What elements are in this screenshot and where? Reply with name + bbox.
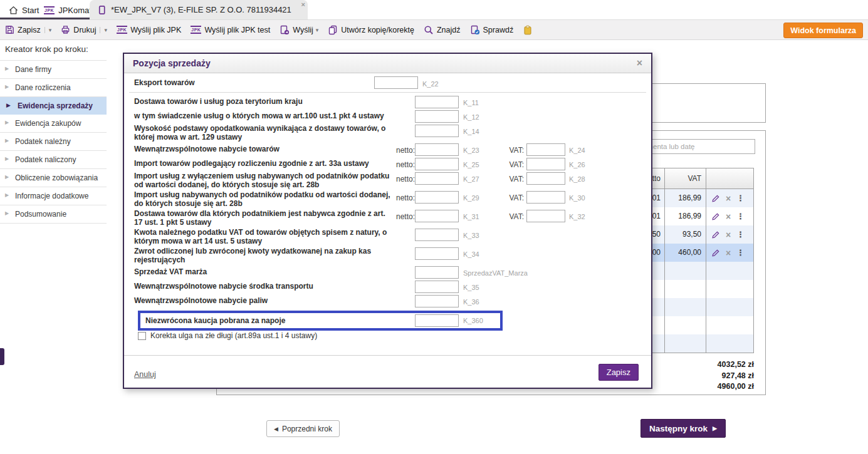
field-label: Wewnątrzwspólnotowe nabycie paliw — [134, 295, 396, 306]
edit-icon[interactable] — [711, 230, 720, 239]
triangle-icon: ▶ — [6, 102, 11, 108]
kebab-menu-icon[interactable]: ⋮ — [736, 248, 745, 257]
checkbox[interactable] — [138, 332, 146, 340]
vat-label: VAT: — [509, 172, 526, 183]
sidebar-item-ewidencja-sprzedazy[interactable]: ▶ Ewidencja sprzedaży — [0, 97, 107, 115]
netto-amount-input[interactable] — [415, 172, 459, 185]
edit-icon[interactable] — [711, 249, 720, 257]
save-dropdown-caret[interactable]: ▾ — [44, 27, 52, 33]
field-label: Wewnątrzwspólnotowe nabycie towarów — [134, 143, 396, 154]
field-label: w tym świadczenie usług o których mowa w… — [134, 110, 396, 121]
find-button[interactable]: Znajdź — [424, 25, 461, 35]
sidebar-item-label: Ewidencja sprzedaży — [18, 101, 93, 110]
close-icon[interactable]: × — [637, 59, 642, 68]
print-dropdown-caret[interactable]: ▾ — [100, 27, 107, 33]
check-button[interactable]: Sprawdź — [470, 25, 514, 35]
previous-step-button[interactable]: ◀ Poprzedni krok — [266, 420, 340, 437]
row-actions: × ⋮ — [706, 244, 753, 262]
next-step-button[interactable]: Następny krok ▶ — [641, 419, 726, 438]
row-actions — [706, 334, 753, 353]
amount-input[interactable] — [415, 229, 459, 241]
send-dropdown-caret[interactable]: ▾ — [316, 27, 319, 33]
field-label: Zwrot odliczonej lub zwróconej kwoty wyd… — [134, 247, 396, 264]
kebab-menu-icon[interactable]: ⋮ — [736, 193, 745, 203]
clipboard-button[interactable] — [523, 25, 533, 35]
amount-input[interactable] — [415, 266, 459, 279]
sidebar-item-label: Podatek należny — [15, 137, 71, 146]
amount-input[interactable] — [415, 96, 459, 108]
amount-input[interactable] — [415, 247, 459, 260]
edit-icon[interactable] — [711, 212, 720, 221]
field-label: Eksport towarów — [134, 78, 374, 87]
amount-input[interactable] — [415, 125, 459, 137]
tab-document[interactable]: *EW_JPK_V7 (3), E-FILE SP. Z O.O. 781193… — [90, 0, 308, 19]
sidebar-item-dane-firmy[interactable]: ▶ Dane firmy — [0, 61, 107, 79]
cancel-link[interactable]: Anuluj — [134, 370, 156, 379]
netto-label: netto: — [396, 191, 415, 202]
field-code: K_36 — [459, 295, 509, 306]
send-jpk-button[interactable]: JPK Wyślij plik JPK — [117, 26, 181, 34]
kebab-menu-icon[interactable]: ⋮ — [736, 230, 745, 239]
amount-input[interactable] — [374, 76, 418, 89]
sidebar-item-label: Obliczenie zobowiązania — [15, 173, 98, 182]
close-icon[interactable]: × — [301, 1, 305, 8]
dialog-body: Eksport towarów K_22 Dostawa towarów i u… — [124, 73, 651, 389]
field-code: K_27 — [459, 172, 509, 183]
sidebar-item-podatek-naliczony[interactable]: ▶ Podatek naliczony — [0, 151, 107, 169]
vat-amount-input[interactable] — [526, 158, 565, 170]
search-icon — [424, 25, 434, 35]
field-label: Sprzedaż VAT marża — [134, 266, 396, 277]
edit-icon[interactable] — [711, 194, 720, 203]
field-code: K_11 — [459, 96, 509, 106]
netto-label: netto: — [396, 172, 415, 183]
amount-input[interactable] — [415, 110, 459, 123]
print-button[interactable]: Drukuj — [61, 25, 96, 34]
amount-input[interactable] — [415, 295, 459, 307]
netto-amount-input[interactable] — [415, 143, 459, 156]
field-row-k22: Eksport towarów K_22 — [134, 75, 641, 90]
triangle-icon: ▶ — [5, 210, 9, 216]
delete-icon[interactable]: × — [726, 249, 731, 257]
field-label: Kwota należnego podatku VAT od towarów o… — [134, 229, 396, 245]
netto-amount-input[interactable] — [415, 191, 459, 204]
print-group: Drukuj ▾ — [61, 25, 107, 34]
toolbar-label: Drukuj — [73, 26, 96, 34]
vat-amount-input[interactable] — [526, 191, 565, 204]
send-button[interactable]: Wyślij — [280, 25, 313, 35]
form-view-button[interactable]: Widok formularza — [783, 23, 863, 38]
form-view-label: Widok formularza — [790, 26, 856, 35]
sidebar-item-dane-rozliczenia[interactable]: ▶ Dane rozliczenia — [0, 79, 107, 97]
vat-cell — [664, 316, 706, 334]
send-icon — [280, 25, 290, 35]
total-netto: 4032,52 zł — [718, 359, 754, 371]
field-label: Import usług z wyłączeniem usług nabywan… — [134, 172, 396, 189]
netto-amount-input[interactable] — [415, 158, 459, 170]
vat-amount-input[interactable] — [526, 172, 565, 185]
amount-input[interactable] — [415, 314, 459, 327]
jpk-icon: JPK — [191, 26, 201, 34]
sidebar-item-podatek-nalezny[interactable]: ▶ Podatek należny — [0, 133, 107, 151]
copy-correction-button[interactable]: Utwórz kopię/korektę — [328, 25, 414, 35]
save-button[interactable]: Zapisz — [5, 25, 41, 34]
delete-icon[interactable]: × — [726, 213, 731, 220]
sidebar-item-informacje-dodatkowe[interactable]: ▶ Informacje dodatkowe — [0, 187, 107, 205]
delete-icon[interactable]: × — [726, 231, 731, 239]
toolbar: Zapisz ▾ Drukuj ▾ JPK Wyślij plik JPK JP… — [0, 19, 868, 40]
vat-label: VAT: — [509, 210, 526, 221]
netto-amount-input[interactable] — [415, 210, 459, 222]
side-handle[interactable] — [0, 348, 4, 365]
triangle-icon: ▶ — [5, 120, 9, 125]
sidebar-item-podsumowanie[interactable]: ▶ Podsumowanie — [0, 205, 107, 224]
amount-input[interactable] — [415, 281, 459, 293]
vat-cell — [664, 298, 706, 316]
delete-icon[interactable]: × — [726, 195, 731, 202]
vat-amount-input[interactable] — [526, 143, 565, 156]
send-jpk-test-button[interactable]: JPK Wyślij plik JPK test — [191, 26, 270, 34]
sidebar-item-ewidencja-zakupow[interactable]: ▶ Ewidencja zakupów — [0, 115, 107, 133]
spacer — [396, 96, 415, 98]
field-code: K_33 — [459, 229, 509, 239]
dialog-save-button[interactable]: Zapisz — [599, 364, 639, 381]
sidebar-item-obliczenie-zobowiazania[interactable]: ▶ Obliczenie zobowiązania — [0, 169, 107, 187]
vat-amount-input[interactable] — [526, 210, 565, 222]
kebab-menu-icon[interactable]: ⋮ — [736, 212, 745, 221]
